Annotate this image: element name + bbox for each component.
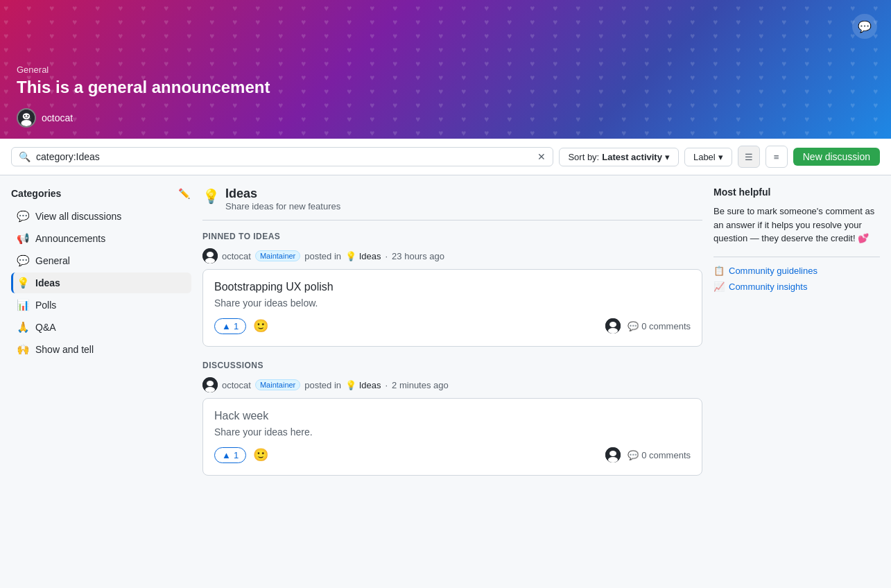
category-name: Ideas	[225, 187, 340, 201]
compact-view-icon: ≡	[774, 152, 779, 162]
sidebar-item-announcements[interactable]: 📢 Announcements	[11, 228, 191, 249]
chat-icon[interactable]: 💬	[852, 14, 877, 39]
vote-count: 1	[234, 321, 239, 331]
banner: ♥♥♥♥♥♥♥♥♥♥♥♥♥♥♥♥♥♥♥♥♥♥♥♥♥♥♥♥♥♥♥♥♥♥♥♥♥♥♥♥…	[0, 0, 891, 139]
new-discussion-button[interactable]: New discussion	[793, 148, 880, 166]
discussion-card-body: Share your ideas here.	[214, 426, 691, 438]
sort-value: Latest activity	[602, 152, 662, 162]
label-chevron-icon: ▾	[718, 152, 723, 162]
community-guidelines-link[interactable]: 📋 Community guidelines	[713, 266, 880, 276]
discussion-post-meta: octocat Maintainer posted in 💡 Ideas · 2…	[202, 377, 702, 392]
discussion-post-avatar	[202, 377, 218, 392]
community-insights-link[interactable]: 📈 Community insights	[713, 282, 880, 292]
toolbar: 🔍 ✕ Sort by: Latest activity ▾ Label ▾ ☰…	[0, 139, 891, 175]
show-and-tell-icon: 🙌	[17, 343, 30, 356]
pinned-section-label: Pinned to Ideas	[202, 232, 702, 241]
sidebar-item-label: View all discussions	[35, 211, 121, 222]
pinned-post-meta: octocat Maintainer posted in 💡 Ideas · 2…	[202, 248, 702, 263]
pinned-discussion-card[interactable]: Bootstrapping UX polish Share your ideas…	[202, 269, 702, 347]
sidebar-item-label: Show and tell	[35, 344, 94, 355]
discussion-post-posted-in: posted in	[304, 380, 341, 390]
view-all-icon: 💬	[17, 210, 30, 223]
discussion-post-separator: ·	[385, 380, 388, 390]
banner-decoration: ♥♥♥♥♥♥♥♥♥♥♥♥♥♥♥♥♥♥♥♥♥♥♥♥♥♥♥♥♥♥♥♥♥♥♥♥♥♥♥♥…	[0, 0, 891, 139]
insights-icon: 📈	[713, 282, 725, 292]
pinned-card-footer: ▲ 1 🙂 💬 0 comments	[214, 317, 691, 335]
sidebar-item-ideas[interactable]: 💡 Ideas	[11, 273, 191, 293]
label-text: Label	[693, 152, 716, 162]
pinned-post-user: octocat	[222, 251, 251, 261]
search-input[interactable]	[36, 151, 532, 162]
discussion-post-category: 💡 Ideas	[345, 380, 381, 390]
search-clear-button[interactable]: ✕	[537, 151, 546, 162]
svg-point-16	[608, 457, 618, 462]
pinned-card-title: Bootstrapping UX polish	[214, 281, 691, 293]
pinned-card-body: Share your ideas below.	[214, 297, 691, 309]
sort-label: Sort by:	[568, 152, 599, 162]
general-icon: 💬	[17, 254, 30, 267]
svg-point-12	[207, 381, 214, 386]
discussion-vote-button[interactable]: ▲ 1	[214, 447, 246, 463]
ideas-icon: 💡	[17, 277, 30, 289]
pinned-card-right: 💬 0 comments	[605, 318, 691, 334]
compact-view-button[interactable]: ≡	[765, 146, 788, 168]
discussion-comments-count: 💬 0 comments	[628, 450, 691, 460]
discussion-card-commenter-avatar	[605, 447, 621, 462]
list-view-button[interactable]: ☰	[738, 146, 760, 168]
sidebar-item-polls[interactable]: 📊 Polls	[11, 295, 191, 315]
sidebar-item-label: Q&A	[35, 322, 56, 333]
content-area: 💡 Ideas Share ideas for new features Pin…	[202, 187, 702, 484]
search-box[interactable]: 🔍 ✕	[11, 147, 553, 166]
sidebar-item-general[interactable]: 💬 General	[11, 250, 191, 271]
sidebar-item-show-and-tell[interactable]: 🙌 Show and tell	[11, 339, 191, 360]
svg-point-9	[609, 322, 616, 327]
discussion-emoji-button[interactable]: 🙂	[252, 446, 270, 464]
guidelines-label: Community guidelines	[729, 266, 818, 276]
discussion-card-right: 💬 0 comments	[605, 447, 691, 462]
search-icon: 🔍	[19, 151, 31, 162]
category-info: Ideas Share ideas for new features	[225, 187, 340, 211]
sidebar-title: Categories	[11, 188, 61, 199]
sidebar-edit-button[interactable]: ✏️	[177, 187, 191, 200]
comment-bubble-icon: 💬	[628, 321, 639, 331]
sidebar-item-label: Polls	[35, 300, 56, 311]
sidebar-item-label: General	[35, 255, 70, 266]
discussion-card-footer: ▲ 1 🙂 💬	[214, 446, 691, 464]
list-view-icon: ☰	[745, 152, 753, 162]
category-description: Share ideas for new features	[225, 201, 340, 211]
pinned-post-time: 23 hours ago	[392, 251, 444, 261]
pinned-post-category: 💡 Ideas	[345, 251, 381, 261]
pinned-vote-button[interactable]: ▲ 1	[214, 318, 246, 334]
discussion-post-user: octocat	[222, 380, 251, 390]
right-panel: Most helpful Be sure to mark someone's c…	[713, 187, 880, 484]
category-icon: 💡	[202, 188, 220, 205]
category-header: 💡 Ideas Share ideas for new features	[202, 187, 702, 220]
sidebar: Categories ✏️ 💬 View all discussions 📢 A…	[11, 187, 191, 484]
sidebar-item-view-all[interactable]: 💬 View all discussions	[11, 206, 191, 227]
svg-point-15	[609, 451, 616, 456]
discussion-card[interactable]: Hack week Share your ideas here. ▲ 1 🙂	[202, 398, 702, 476]
discussions-section: Discussions octocat Maintainer posted in…	[202, 361, 702, 476]
svg-point-10	[608, 328, 618, 334]
svg-point-6	[207, 252, 214, 257]
discussion-post-badge: Maintainer	[255, 379, 300, 390]
vote-up-icon: ▲	[222, 450, 231, 460]
sidebar-item-label: Ideas	[35, 277, 60, 288]
guidelines-icon: 📋	[713, 266, 725, 276]
polls-icon: 📊	[17, 299, 30, 311]
pinned-emoji-button[interactable]: 🙂	[252, 317, 270, 335]
vote-up-icon: ▲	[222, 321, 231, 331]
insights-label: Community insights	[729, 282, 807, 292]
comment-bubble-icon: 💬	[628, 450, 639, 460]
sidebar-item-qa[interactable]: 🙏 Q&A	[11, 317, 191, 338]
pinned-post-separator: ·	[385, 251, 388, 261]
pinned-comments-count: 💬 0 comments	[628, 321, 691, 331]
sort-button[interactable]: Sort by: Latest activity ▾	[559, 148, 679, 166]
main-layout: Categories ✏️ 💬 View all discussions 📢 A…	[0, 175, 891, 495]
pinned-card-commenter-avatar	[605, 318, 621, 334]
discussions-section-label: Discussions	[202, 361, 702, 370]
sidebar-header: Categories ✏️	[11, 187, 191, 200]
sort-chevron-icon: ▾	[665, 152, 670, 162]
vote-count: 1	[234, 450, 239, 460]
label-button[interactable]: Label ▾	[684, 148, 732, 166]
